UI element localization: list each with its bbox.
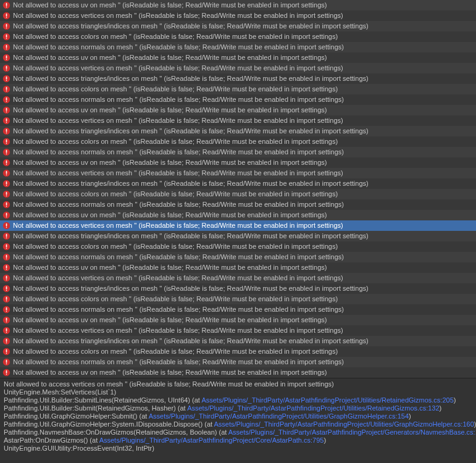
console-log-text: Not allowed to access vertices on mesh '… — [13, 64, 343, 72]
console-log-row[interactable]: Not allowed to access normals on mesh ''… — [0, 94, 476, 105]
error-icon — [2, 75, 10, 83]
svg-rect-20 — [6, 70, 7, 71]
svg-rect-25 — [6, 87, 7, 90]
svg-rect-85 — [6, 297, 7, 300]
console-log-row[interactable]: Not allowed to access uv on mesh '' (isR… — [0, 0, 476, 10]
console-log-text: Not allowed to access triangles/indices … — [13, 180, 369, 188]
console-log-row[interactable]: Not allowed to access triangles/indices … — [0, 178, 476, 189]
svg-rect-73 — [6, 255, 7, 258]
error-icon — [2, 96, 10, 104]
console-log-row[interactable]: Not allowed to access triangles/indices … — [0, 231, 476, 241]
console-log-row[interactable]: Not allowed to access vertices on mesh '… — [0, 63, 476, 73]
svg-rect-71 — [6, 248, 7, 249]
console-log-text: Not allowed to access colors on mesh '' … — [13, 85, 338, 93]
console-log-text: Not allowed to access vertices on mesh '… — [13, 12, 343, 20]
console-log-text: Not allowed to access colors on mesh '' … — [13, 243, 338, 251]
svg-rect-34 — [6, 119, 7, 122]
stack-trace-suffix: ) — [409, 412, 411, 420]
console-log-row[interactable]: Not allowed to access vertices on mesh '… — [0, 273, 476, 283]
svg-rect-52 — [6, 181, 7, 185]
svg-rect-98 — [6, 343, 7, 344]
svg-rect-31 — [6, 108, 7, 111]
error-icon — [2, 274, 10, 282]
svg-rect-62 — [6, 217, 7, 218]
stack-trace-link[interactable]: Assets/Plugins/_ThirdParty/AstarPathfind… — [149, 412, 409, 420]
console-log-row[interactable]: Not allowed to access normals on mesh ''… — [0, 304, 476, 315]
error-icon — [2, 159, 10, 167]
svg-rect-7 — [6, 24, 7, 27]
svg-rect-55 — [6, 192, 7, 195]
console-log-list[interactable]: Not allowed to access uv on mesh '' (isR… — [0, 0, 476, 378]
console-log-row[interactable]: Not allowed to access vertices on mesh '… — [0, 220, 476, 231]
svg-rect-80 — [6, 280, 7, 281]
console-log-row[interactable]: Not allowed to access triangles/indices … — [0, 126, 476, 136]
svg-rect-5 — [6, 17, 7, 19]
error-icon — [2, 243, 10, 251]
console-log-row[interactable]: Not allowed to access colors on mesh '' … — [0, 346, 476, 357]
console-log-row[interactable]: Not allowed to access colors on mesh '' … — [0, 294, 476, 304]
console-log-row[interactable]: Not allowed to access colors on mesh '' … — [0, 136, 476, 147]
stack-trace-link[interactable]: Assets/Plugins/_ThirdParty/AstarPathfind… — [214, 420, 474, 428]
console-log-row[interactable]: Not allowed to access uv on mesh '' (isR… — [0, 52, 476, 63]
console-log-text: Not allowed to access normals on mesh ''… — [13, 96, 344, 104]
console-log-row[interactable]: Not allowed to access colors on mesh '' … — [0, 189, 476, 199]
console-log-row[interactable]: Not allowed to access vertices on mesh '… — [0, 325, 476, 336]
console-log-row[interactable]: Not allowed to access triangles/indices … — [0, 73, 476, 84]
stack-trace-link[interactable]: Assets/Plugins/_ThirdParty/AstarPathfind… — [99, 436, 324, 444]
console-log-text: Not allowed to access colors on mesh '' … — [13, 33, 338, 41]
error-icon — [2, 348, 10, 356]
console-log-row[interactable]: Not allowed to access uv on mesh '' (isR… — [0, 315, 476, 325]
console-log-row[interactable]: Not allowed to access vertices on mesh '… — [0, 10, 476, 21]
error-icon — [2, 85, 10, 93]
console-log-text: Not allowed to access triangles/indices … — [13, 22, 369, 30]
svg-rect-82 — [6, 286, 7, 290]
console-log-text: Not allowed to access vertices on mesh '… — [13, 327, 343, 335]
svg-rect-35 — [6, 122, 7, 123]
svg-rect-86 — [6, 301, 7, 302]
console-log-row[interactable]: Not allowed to access vertices on mesh '… — [0, 168, 476, 178]
svg-rect-13 — [6, 45, 7, 48]
console-log-row[interactable]: Not allowed to access triangles/indices … — [0, 283, 476, 294]
error-icon — [2, 369, 10, 377]
svg-rect-92 — [6, 322, 7, 323]
console-log-row[interactable]: Not allowed to access normals on mesh ''… — [0, 147, 476, 157]
svg-rect-97 — [6, 339, 7, 342]
stack-trace-link[interactable]: Assets/Plugins/_ThirdParty/AstarPathfind… — [187, 404, 439, 412]
console-log-row[interactable]: Not allowed to access normals on mesh ''… — [0, 199, 476, 210]
stack-trace-link[interactable]: Assets/Plugins/_ThirdParty/AstarPathfind… — [201, 396, 453, 404]
stack-trace-link[interactable]: Assets/Plugins/_ThirdParty/AstarPathfind… — [228, 428, 476, 436]
error-icon — [2, 180, 10, 188]
console-log-row[interactable]: Not allowed to access normals on mesh ''… — [0, 42, 476, 52]
svg-rect-95 — [6, 332, 7, 333]
error-icon — [2, 12, 10, 20]
console-log-row[interactable]: Not allowed to access colors on mesh '' … — [0, 31, 476, 42]
error-icon — [2, 54, 10, 62]
svg-rect-77 — [6, 269, 7, 270]
console-detail-panel[interactable]: Not allowed to access vertices on mesh '… — [0, 378, 476, 454]
svg-rect-37 — [6, 129, 7, 132]
console-log-text: Not allowed to access uv on mesh '' (isR… — [13, 211, 327, 219]
console-log-text: Not allowed to access normals on mesh ''… — [13, 43, 344, 51]
console-log-row[interactable]: Not allowed to access colors on mesh '' … — [0, 241, 476, 252]
console-log-row[interactable]: Not allowed to access triangles/indices … — [0, 21, 476, 31]
console-log-row[interactable]: Not allowed to access uv on mesh '' (isR… — [0, 157, 476, 168]
svg-rect-50 — [6, 175, 7, 176]
console-log-row[interactable]: Not allowed to access uv on mesh '' (isR… — [0, 367, 476, 378]
error-icon — [2, 358, 10, 366]
console-log-row[interactable]: Not allowed to access normals on mesh ''… — [0, 252, 476, 262]
console-log-row[interactable]: Not allowed to access uv on mesh '' (isR… — [0, 105, 476, 115]
stack-trace-text: UnityEngine.GUIUtility:ProcessEvent(Int3… — [4, 444, 154, 452]
svg-rect-94 — [6, 328, 7, 332]
svg-rect-22 — [6, 77, 7, 80]
console-log-row[interactable]: Not allowed to access uv on mesh '' (isR… — [0, 262, 476, 273]
svg-rect-76 — [6, 265, 7, 269]
error-icon — [2, 327, 10, 335]
console-log-text: Not allowed to access vertices on mesh '… — [13, 222, 343, 230]
svg-rect-16 — [6, 56, 7, 59]
console-log-row[interactable]: Not allowed to access colors on mesh '' … — [0, 84, 476, 94]
console-log-row[interactable]: Not allowed to access uv on mesh '' (isR… — [0, 210, 476, 220]
console-log-row[interactable]: Not allowed to access vertices on mesh '… — [0, 115, 476, 126]
error-icon — [2, 201, 10, 209]
console-log-row[interactable]: Not allowed to access normals on mesh ''… — [0, 357, 476, 367]
console-log-row[interactable]: Not allowed to access triangles/indices … — [0, 336, 476, 346]
